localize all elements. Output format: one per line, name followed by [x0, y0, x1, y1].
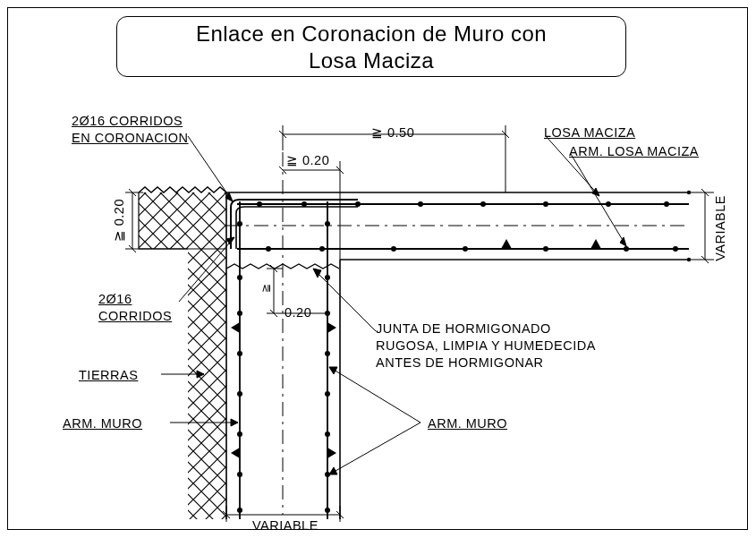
svg-marker-31	[231, 448, 240, 458]
dim-inner-020-text: 0.20	[285, 304, 311, 321]
label-tierras: TIERRAS	[79, 367, 138, 384]
svg-point-35	[325, 351, 330, 356]
earth-hatch	[139, 192, 226, 519]
label-junta: JUNTA DE HORMIGONADO RUGOSA, LIMPIA Y HU…	[376, 320, 596, 371]
drawing-svg	[0, 0, 756, 538]
svg-point-16	[624, 246, 629, 252]
svg-line-84	[329, 423, 420, 474]
svg-point-4	[302, 201, 307, 207]
label-variable-right: VARIABLE	[712, 195, 729, 261]
svg-line-87	[313, 269, 376, 331]
svg-point-37	[325, 431, 330, 437]
svg-marker-85	[329, 367, 337, 374]
dim-020-top-text: ≧ 0.20	[286, 152, 329, 169]
dim-right-variable	[689, 189, 714, 263]
svg-point-7	[480, 201, 486, 207]
svg-line-71	[188, 136, 233, 201]
svg-point-12	[319, 246, 325, 252]
svg-marker-30	[231, 322, 240, 333]
label-corridos-coronacion: 2Ø16 CORRIDOS EN CORONACION	[72, 113, 189, 147]
leaders	[161, 136, 626, 474]
svg-point-26	[237, 391, 242, 397]
svg-line-83	[329, 367, 420, 423]
svg-marker-41	[327, 448, 336, 458]
svg-marker-82	[231, 419, 238, 426]
svg-point-10	[664, 201, 669, 207]
dim-left-020-text: ≧ 0.20	[111, 199, 128, 242]
svg-point-24	[237, 311, 242, 316]
label-arm-muro-left: ARM. MURO	[63, 415, 142, 432]
svg-marker-18	[501, 239, 512, 249]
svg-point-22	[237, 221, 242, 226]
label-arm-muro-right: ARM. MURO	[428, 415, 507, 432]
svg-point-8	[543, 201, 548, 207]
svg-point-3	[257, 201, 262, 207]
svg-point-33	[325, 275, 330, 280]
svg-marker-76	[620, 237, 626, 246]
svg-point-36	[325, 391, 330, 397]
dim-inner-020-sym: ≧	[259, 283, 274, 293]
svg-point-15	[543, 246, 548, 252]
svg-point-29	[237, 508, 242, 513]
ground-zigzag	[139, 187, 226, 192]
svg-point-13	[391, 246, 396, 252]
svg-point-23	[237, 275, 242, 280]
svg-point-9	[606, 201, 611, 207]
svg-point-17	[673, 246, 678, 252]
svg-point-28	[237, 472, 242, 477]
svg-marker-78	[226, 237, 234, 244]
svg-point-6	[418, 201, 423, 207]
dim-top-020	[279, 161, 344, 260]
svg-point-25	[237, 351, 242, 356]
svg-point-32	[325, 221, 330, 226]
svg-line-75	[571, 154, 626, 246]
svg-marker-40	[327, 322, 336, 333]
drawing-canvas: Enlace en Coronacion de Muro con Losa Ma…	[0, 0, 756, 538]
label-corridos-2: 2Ø16 CORRIDOS	[98, 291, 172, 325]
svg-marker-88	[313, 269, 321, 278]
svg-point-27	[237, 431, 242, 437]
label-arm-losa-maciza: ARM. LOSA MACIZA	[569, 143, 699, 160]
svg-point-11	[266, 246, 271, 252]
label-variable-bottom: VARIABLE	[252, 517, 319, 534]
svg-marker-19	[590, 239, 601, 249]
svg-point-39	[325, 508, 330, 513]
svg-point-14	[463, 246, 468, 252]
svg-point-5	[355, 201, 361, 207]
label-losa-maciza: LOSA MACIZA	[544, 124, 635, 141]
dim-050-text: ≧ 0.50	[371, 124, 414, 141]
